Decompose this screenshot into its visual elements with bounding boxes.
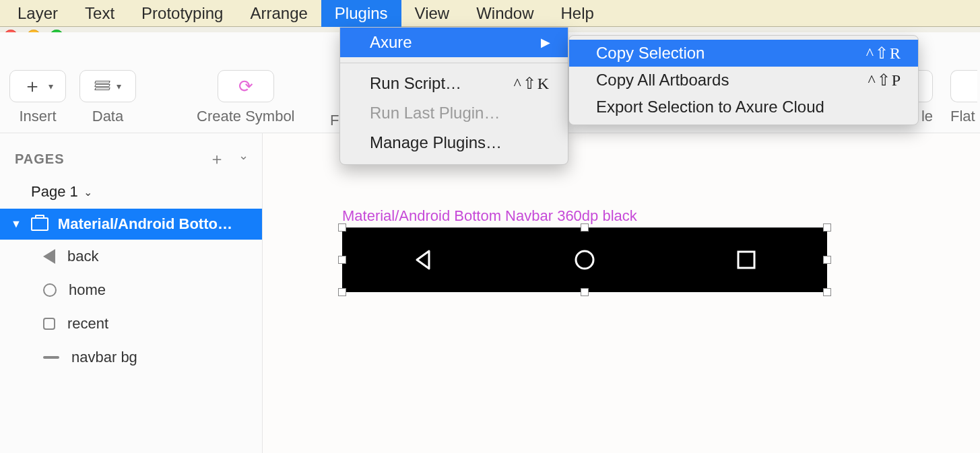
menu-item-label: Export Selection to Axure Cloud	[596, 98, 824, 116]
chevron-down-icon: ⌄	[84, 186, 92, 199]
create-symbol-label: Create Symbol	[197, 108, 295, 125]
menu-separator	[340, 63, 568, 63]
pages-chevron-icon[interactable]: ⌄	[238, 148, 249, 170]
home-icon	[573, 248, 596, 271]
insert-label: Insert	[19, 108, 56, 125]
menu-item-axure[interactable]: Axure ▶	[340, 28, 568, 57]
axure-submenu: Copy Selection ^⇧R Copy All Artboards ^⇧…	[568, 35, 919, 125]
artboard-layer-selected[interactable]: ▼ Material/Android Botto…	[0, 209, 262, 240]
menu-item-label: Run Script…	[370, 74, 461, 93]
data-button[interactable]: ▾	[79, 70, 136, 102]
layer-row-recent[interactable]: recent	[0, 307, 262, 341]
submenu-arrow-icon: ▶	[541, 35, 550, 50]
menu-arrange[interactable]: Arrange	[236, 0, 321, 27]
submenu-item-copy-all-artboards[interactable]: Copy All Artboards ^⇧P	[569, 67, 918, 94]
circle-icon	[43, 283, 57, 297]
svg-rect-1	[738, 252, 754, 268]
toolbar-right-label: le	[921, 108, 933, 125]
menu-layer[interactable]: Layer	[4, 0, 71, 27]
menu-item-label: Run Last Plugin…	[370, 104, 500, 123]
flat-label: Flat	[950, 108, 975, 125]
android-navbar	[342, 228, 827, 292]
insert-button[interactable]: ＋ ▾	[9, 70, 66, 102]
menu-item-label: Manage Plugins…	[370, 133, 502, 152]
layer-label: recent	[67, 315, 108, 333]
menu-item-manage-plugins[interactable]: Manage Plugins…	[340, 128, 568, 158]
flat-button-partial[interactable]	[950, 70, 977, 102]
shortcut-label: ^⇧R	[866, 44, 902, 63]
artboard-title[interactable]: Material/Android Bottom Navbar 360dp bla…	[342, 207, 637, 225]
artboard[interactable]	[342, 228, 827, 292]
recent-icon	[735, 248, 758, 271]
menu-item-label: Copy All Artboards	[596, 71, 729, 90]
sidebar: PAGES ＋ ⌄ Page 1 ⌄ ▼ Material/Android Bo…	[0, 133, 263, 453]
menu-window[interactable]: Window	[463, 0, 547, 27]
layer-label: navbar bg	[71, 349, 137, 366]
menu-item-run-last-plugin: Run Last Plugin…	[340, 98, 568, 128]
artboard-icon	[31, 217, 48, 231]
menu-item-label: Copy Selection	[596, 44, 705, 63]
toolbar-label-f: F	[330, 112, 339, 129]
shortcut-label: ^⇧P	[868, 71, 902, 90]
layer-row-navbarbg[interactable]: navbar bg	[0, 341, 262, 374]
back-icon	[412, 248, 434, 271]
canvas[interactable]: Material/Android Bottom Navbar 360dp bla…	[263, 133, 980, 453]
pages-title: PAGES	[15, 151, 65, 167]
menu-plugins[interactable]: Plugins	[321, 0, 401, 27]
menu-view[interactable]: View	[401, 0, 463, 27]
data-label: Data	[92, 108, 123, 125]
layer-label: home	[69, 281, 106, 299]
triangle-icon	[43, 249, 55, 264]
disclosure-triangle-icon[interactable]: ▼	[11, 218, 22, 230]
menubar: Layer Text Prototyping Arrange Plugins V…	[0, 0, 980, 27]
menu-prototyping[interactable]: Prototyping	[128, 0, 236, 27]
svg-point-0	[576, 251, 593, 269]
menu-text[interactable]: Text	[71, 0, 128, 27]
page-row[interactable]: Page 1 ⌄	[0, 175, 262, 209]
page-label: Page 1	[31, 183, 78, 201]
square-icon	[43, 318, 55, 330]
rotate-icon: ⟳	[238, 76, 253, 97]
menu-item-label: Axure	[370, 33, 412, 52]
create-symbol-button[interactable]: ⟳	[218, 70, 274, 102]
add-page-button[interactable]: ＋	[209, 148, 225, 170]
layer-label: back	[67, 248, 98, 265]
shortcut-label: ^⇧K	[513, 74, 550, 93]
chevron-down-icon: ▾	[117, 81, 121, 92]
line-icon	[43, 356, 59, 359]
submenu-item-export-axure-cloud[interactable]: Export Selection to Axure Cloud	[569, 94, 918, 120]
layer-row-home[interactable]: home	[0, 273, 262, 307]
artboard-layer-label: Material/Android Botto…	[58, 215, 232, 233]
pages-header: PAGES ＋ ⌄	[0, 133, 262, 175]
layers-icon	[95, 81, 110, 92]
menu-item-run-script[interactable]: Run Script… ^⇧K	[340, 69, 568, 98]
plugins-menu: Axure ▶ Run Script… ^⇧K Run Last Plugin……	[339, 27, 568, 165]
submenu-item-copy-selection[interactable]: Copy Selection ^⇧R	[569, 40, 918, 67]
layer-row-back[interactable]: back	[0, 240, 262, 273]
menu-help[interactable]: Help	[548, 0, 608, 27]
chevron-down-icon: ▾	[48, 81, 53, 92]
